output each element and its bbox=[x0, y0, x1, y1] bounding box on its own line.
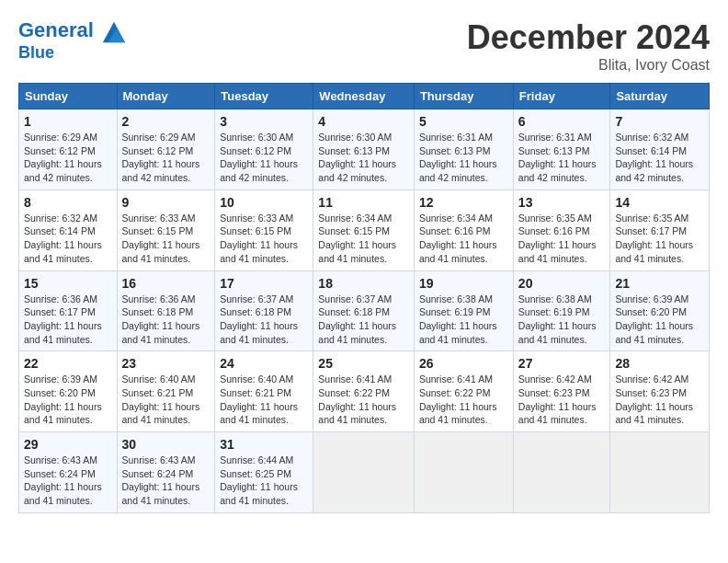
day-cell: 30 Sunrise: 6:43 AM Sunset: 6:24 PM Dayl… bbox=[117, 432, 215, 513]
day-cell: 12 Sunrise: 6:34 AM Sunset: 6:16 PM Dayl… bbox=[414, 190, 513, 270]
day-info: Sunrise: 6:30 AM Sunset: 6:13 PM Dayligh… bbox=[318, 131, 409, 185]
day-cell: 21 Sunrise: 6:39 AM Sunset: 6:20 PM Dayl… bbox=[610, 270, 710, 351]
day-cell: 15 Sunrise: 6:36 AM Sunset: 6:17 PM Dayl… bbox=[19, 270, 118, 351]
week-row-2: 8 Sunrise: 6:32 AM Sunset: 6:14 PM Dayli… bbox=[19, 190, 710, 270]
day-info: Sunrise: 6:37 AM Sunset: 6:18 PM Dayligh… bbox=[220, 293, 308, 347]
day-number: 14 bbox=[615, 195, 704, 210]
day-cell: 4 Sunrise: 6:30 AM Sunset: 6:13 PM Dayli… bbox=[313, 109, 415, 190]
location: Blita, Ivory Coast bbox=[467, 57, 710, 74]
day-number: 19 bbox=[419, 276, 508, 291]
day-cell: 13 Sunrise: 6:35 AM Sunset: 6:16 PM Dayl… bbox=[513, 190, 610, 270]
day-info: Sunrise: 6:35 AM Sunset: 6:17 PM Dayligh… bbox=[615, 212, 704, 266]
day-cell: 22 Sunrise: 6:39 AM Sunset: 6:20 PM Dayl… bbox=[19, 351, 118, 432]
day-number: 20 bbox=[518, 276, 606, 291]
day-cell: 17 Sunrise: 6:37 AM Sunset: 6:18 PM Dayl… bbox=[215, 270, 313, 351]
day-info: Sunrise: 6:40 AM Sunset: 6:21 PM Dayligh… bbox=[122, 373, 210, 427]
day-number: 30 bbox=[122, 437, 210, 452]
day-number: 29 bbox=[24, 437, 112, 452]
col-header-wednesday: Wednesday bbox=[313, 84, 415, 109]
day-number: 26 bbox=[419, 356, 508, 371]
day-number: 5 bbox=[419, 114, 508, 129]
day-number: 31 bbox=[220, 437, 308, 452]
day-info: Sunrise: 6:33 AM Sunset: 6:15 PM Dayligh… bbox=[220, 212, 308, 266]
day-info: Sunrise: 6:32 AM Sunset: 6:14 PM Dayligh… bbox=[615, 131, 704, 185]
day-cell bbox=[610, 432, 710, 513]
day-info: Sunrise: 6:33 AM Sunset: 6:15 PM Dayligh… bbox=[122, 212, 210, 266]
logo-blue: Blue bbox=[18, 44, 127, 63]
day-info: Sunrise: 6:42 AM Sunset: 6:23 PM Dayligh… bbox=[615, 373, 704, 427]
day-number: 15 bbox=[24, 276, 112, 291]
day-cell: 31 Sunrise: 6:44 AM Sunset: 6:25 PM Dayl… bbox=[215, 432, 313, 513]
day-cell: 3 Sunrise: 6:30 AM Sunset: 6:12 PM Dayli… bbox=[215, 109, 313, 190]
day-info: Sunrise: 6:37 AM Sunset: 6:18 PM Dayligh… bbox=[318, 293, 409, 347]
day-number: 17 bbox=[220, 276, 308, 291]
day-number: 16 bbox=[122, 276, 210, 291]
day-number: 3 bbox=[220, 114, 308, 129]
day-info: Sunrise: 6:31 AM Sunset: 6:13 PM Dayligh… bbox=[518, 131, 606, 185]
day-info: Sunrise: 6:42 AM Sunset: 6:23 PM Dayligh… bbox=[518, 373, 606, 427]
day-info: Sunrise: 6:32 AM Sunset: 6:14 PM Dayligh… bbox=[24, 212, 112, 266]
day-info: Sunrise: 6:34 AM Sunset: 6:15 PM Dayligh… bbox=[318, 212, 409, 266]
logo: General Blue bbox=[18, 18, 127, 63]
day-cell: 28 Sunrise: 6:42 AM Sunset: 6:23 PM Dayl… bbox=[610, 351, 710, 432]
day-cell bbox=[513, 432, 610, 513]
day-info: Sunrise: 6:41 AM Sunset: 6:22 PM Dayligh… bbox=[318, 373, 409, 427]
day-number: 24 bbox=[220, 356, 308, 371]
day-cell: 8 Sunrise: 6:32 AM Sunset: 6:14 PM Dayli… bbox=[19, 190, 118, 270]
day-cell: 19 Sunrise: 6:38 AM Sunset: 6:19 PM Dayl… bbox=[414, 270, 513, 351]
day-number: 11 bbox=[318, 195, 409, 210]
day-cell: 24 Sunrise: 6:40 AM Sunset: 6:21 PM Dayl… bbox=[215, 351, 313, 432]
day-info: Sunrise: 6:29 AM Sunset: 6:12 PM Dayligh… bbox=[122, 131, 210, 185]
day-cell: 20 Sunrise: 6:38 AM Sunset: 6:19 PM Dayl… bbox=[513, 270, 610, 351]
day-number: 10 bbox=[220, 195, 308, 210]
day-number: 4 bbox=[318, 114, 409, 129]
day-info: Sunrise: 6:31 AM Sunset: 6:13 PM Dayligh… bbox=[419, 131, 508, 185]
title-block: December 2024 Blita, Ivory Coast bbox=[467, 18, 710, 74]
month-title: December 2024 bbox=[467, 18, 710, 57]
day-number: 27 bbox=[518, 356, 606, 371]
day-cell bbox=[414, 432, 513, 513]
day-number: 22 bbox=[24, 356, 112, 371]
col-header-thursday: Thursday bbox=[414, 84, 513, 109]
day-number: 12 bbox=[419, 195, 508, 210]
day-number: 1 bbox=[24, 114, 112, 129]
day-info: Sunrise: 6:30 AM Sunset: 6:12 PM Dayligh… bbox=[220, 131, 308, 185]
day-number: 23 bbox=[122, 356, 210, 371]
day-info: Sunrise: 6:40 AM Sunset: 6:21 PM Dayligh… bbox=[220, 373, 308, 427]
day-info: Sunrise: 6:43 AM Sunset: 6:24 PM Dayligh… bbox=[122, 454, 210, 508]
day-info: Sunrise: 6:36 AM Sunset: 6:18 PM Dayligh… bbox=[122, 293, 210, 347]
day-number: 9 bbox=[122, 195, 210, 210]
week-row-3: 15 Sunrise: 6:36 AM Sunset: 6:17 PM Dayl… bbox=[19, 270, 710, 351]
day-cell bbox=[313, 432, 415, 513]
col-header-saturday: Saturday bbox=[610, 84, 710, 109]
day-cell: 5 Sunrise: 6:31 AM Sunset: 6:13 PM Dayli… bbox=[414, 109, 513, 190]
week-row-5: 29 Sunrise: 6:43 AM Sunset: 6:24 PM Dayl… bbox=[19, 432, 710, 513]
day-cell: 23 Sunrise: 6:40 AM Sunset: 6:21 PM Dayl… bbox=[117, 351, 215, 432]
col-header-monday: Monday bbox=[117, 84, 215, 109]
day-number: 13 bbox=[518, 195, 606, 210]
day-number: 2 bbox=[122, 114, 210, 129]
day-number: 21 bbox=[615, 276, 704, 291]
day-info: Sunrise: 6:39 AM Sunset: 6:20 PM Dayligh… bbox=[615, 293, 704, 347]
calendar-table: SundayMondayTuesdayWednesdayThursdayFrid… bbox=[18, 83, 710, 513]
day-info: Sunrise: 6:38 AM Sunset: 6:19 PM Dayligh… bbox=[419, 293, 508, 347]
calendar-header-row: SundayMondayTuesdayWednesdayThursdayFrid… bbox=[19, 84, 710, 109]
day-number: 28 bbox=[615, 356, 704, 371]
col-header-tuesday: Tuesday bbox=[215, 84, 313, 109]
col-header-friday: Friday bbox=[513, 84, 610, 109]
day-cell: 6 Sunrise: 6:31 AM Sunset: 6:13 PM Dayli… bbox=[513, 109, 610, 190]
day-cell: 2 Sunrise: 6:29 AM Sunset: 6:12 PM Dayli… bbox=[117, 109, 215, 190]
day-cell: 29 Sunrise: 6:43 AM Sunset: 6:24 PM Dayl… bbox=[19, 432, 118, 513]
day-number: 18 bbox=[318, 276, 409, 291]
col-header-sunday: Sunday bbox=[19, 84, 118, 109]
day-number: 7 bbox=[615, 114, 704, 129]
day-cell: 7 Sunrise: 6:32 AM Sunset: 6:14 PM Dayli… bbox=[610, 109, 710, 190]
day-info: Sunrise: 6:44 AM Sunset: 6:25 PM Dayligh… bbox=[220, 454, 308, 508]
day-info: Sunrise: 6:35 AM Sunset: 6:16 PM Dayligh… bbox=[518, 212, 606, 266]
logo-text: General bbox=[18, 18, 127, 44]
week-row-1: 1 Sunrise: 6:29 AM Sunset: 6:12 PM Dayli… bbox=[19, 109, 710, 190]
day-cell: 9 Sunrise: 6:33 AM Sunset: 6:15 PM Dayli… bbox=[117, 190, 215, 270]
logo-icon bbox=[101, 18, 127, 44]
day-cell: 14 Sunrise: 6:35 AM Sunset: 6:17 PM Dayl… bbox=[610, 190, 710, 270]
day-cell: 1 Sunrise: 6:29 AM Sunset: 6:12 PM Dayli… bbox=[19, 109, 118, 190]
